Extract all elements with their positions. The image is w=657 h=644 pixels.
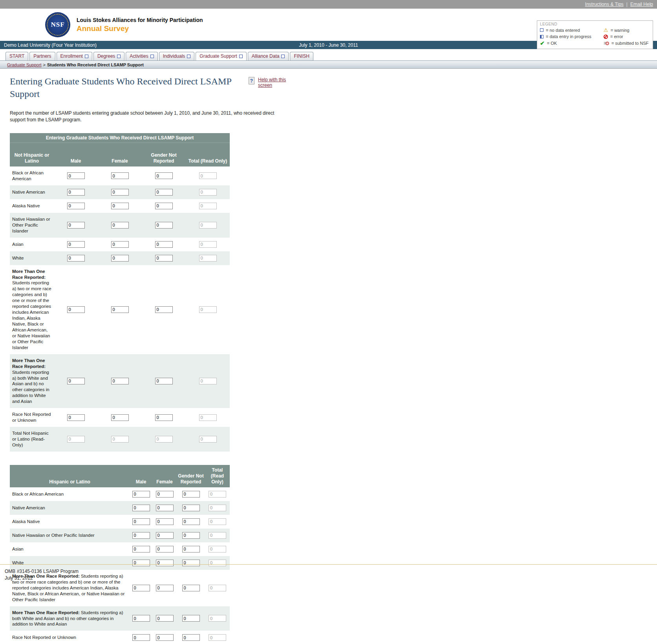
row-label: Black or African American [10, 487, 130, 501]
female-input[interactable] [111, 378, 129, 384]
help-icon[interactable]: ? [249, 77, 254, 84]
female-input[interactable] [111, 189, 129, 196]
table-row: Alaska Native [10, 515, 230, 529]
total-input [209, 518, 226, 525]
tab-finish[interactable]: FINISH [290, 52, 313, 60]
female-input[interactable] [111, 306, 129, 313]
male-input[interactable] [132, 491, 150, 498]
row-label: Black or African American [10, 166, 54, 185]
gender-not-reported-input[interactable] [182, 518, 200, 525]
male-input[interactable] [67, 222, 85, 229]
male-input[interactable] [67, 241, 85, 248]
table-row: Total Not Hispanic or Latino (Read-Only) [10, 427, 230, 452]
gender-not-reported-input[interactable] [155, 203, 173, 209]
total-input [199, 378, 217, 384]
female-input[interactable] [156, 518, 174, 525]
legend-item-progress: = data entry in progress [540, 34, 604, 39]
tab-start[interactable]: START [5, 52, 28, 60]
male-input[interactable] [67, 306, 85, 313]
table-title: Entering Graduate Students Who Received … [10, 133, 230, 143]
check-icon: ✔ [540, 40, 545, 46]
gender-not-reported-input[interactable] [155, 189, 173, 196]
male-input[interactable] [67, 414, 85, 421]
table-row: Native Hawaiian or Other Pacific Islande… [10, 213, 230, 238]
male-input[interactable] [67, 203, 85, 209]
tab-degrees[interactable]: Degrees [93, 52, 124, 60]
gender-not-reported-input[interactable] [182, 585, 200, 591]
org-name: Louis Stokes Alliances for Minority Part… [77, 17, 203, 23]
gender-not-reported-input[interactable] [182, 505, 200, 511]
male-input[interactable] [132, 546, 150, 553]
male-input[interactable] [67, 172, 85, 179]
gender-not-reported-input[interactable] [155, 414, 173, 421]
female-input[interactable] [111, 241, 129, 248]
male-input[interactable] [67, 378, 85, 384]
table-row: Native Hawaiian or Other Pacific Islande… [10, 529, 230, 542]
total-input [209, 505, 226, 511]
tab-label: Partners [33, 53, 51, 59]
row-label: Native Hawaiian or Other Pacific Islande… [10, 213, 54, 238]
female-input[interactable] [156, 615, 174, 622]
total-input [209, 546, 226, 553]
instructions-tips-link[interactable]: Instructions & Tips [585, 2, 624, 7]
gender-not-reported-input[interactable] [182, 615, 200, 622]
female-input[interactable] [111, 203, 129, 209]
female-input[interactable] [156, 546, 174, 553]
tab-individuals[interactable]: Individuals [159, 52, 195, 60]
female-input[interactable] [156, 532, 174, 539]
table-row: Race Not Reported or Unknown [10, 631, 230, 644]
female-input[interactable] [156, 585, 174, 591]
gender-not-reported-input[interactable] [182, 634, 200, 641]
gender-not-reported-input[interactable] [155, 241, 173, 248]
tab-activities[interactable]: Activities [126, 52, 157, 60]
column-header-gender-not-reported: Gender Not Reported [142, 143, 186, 166]
gender-not-reported-input[interactable] [155, 378, 173, 384]
column-header-male: Male [54, 143, 98, 166]
female-input[interactable] [156, 634, 174, 641]
female-input[interactable] [156, 491, 174, 498]
male-input[interactable] [132, 532, 150, 539]
gender-not-reported-input[interactable] [182, 532, 200, 539]
tab-partners[interactable]: Partners [29, 52, 55, 60]
table-row: More Than One Race Reported: Students re… [10, 265, 230, 354]
male-input[interactable] [132, 585, 150, 591]
tab-graduate-support[interactable]: Graduate Support [196, 52, 246, 60]
breadcrumb-graduate-support-link[interactable]: Graduate Support [7, 62, 41, 67]
male-input[interactable] [132, 615, 150, 622]
link-separator: | [626, 2, 628, 7]
column-header-male: Male [130, 465, 152, 487]
tab-enrollment[interactable]: Enrollment [57, 52, 92, 60]
table-row: Asian [10, 542, 230, 556]
table-row: More Than One Race Reported: Students re… [10, 354, 230, 408]
empty-square-icon [540, 28, 544, 32]
total-input [209, 532, 226, 539]
help-with-screen-link[interactable]: Help with this screen [258, 77, 286, 88]
gender-not-reported-input[interactable] [155, 306, 173, 313]
female-input[interactable] [111, 414, 129, 421]
legend-label: = data entry in progress [546, 34, 591, 39]
table-body: Black or African American Native America… [10, 166, 230, 452]
app-name: Annual Survey [77, 24, 203, 33]
tab-alliance-data[interactable]: Alliance Data [248, 52, 289, 60]
legend-label: = no data entered [546, 28, 580, 33]
gender-not-reported-input[interactable] [155, 255, 173, 262]
female-input[interactable] [111, 222, 129, 229]
gender-not-reported-input[interactable] [155, 172, 173, 179]
male-input[interactable] [132, 505, 150, 511]
row-label: Native American [10, 501, 130, 515]
male-input[interactable] [132, 518, 150, 525]
gender-not-reported-input[interactable] [182, 546, 200, 553]
male-input[interactable] [67, 189, 85, 196]
nsf-logo-icon: NSF [45, 12, 70, 37]
male-input[interactable] [67, 255, 85, 262]
female-input[interactable] [156, 505, 174, 511]
gender-not-reported-input[interactable] [182, 491, 200, 498]
gender-not-reported-input[interactable] [155, 222, 173, 229]
male-input[interactable] [132, 634, 150, 641]
email-help-link[interactable]: Email Help [630, 2, 653, 7]
male-input [67, 436, 85, 443]
female-input[interactable] [111, 255, 129, 262]
female-input[interactable] [111, 172, 129, 179]
total-input [209, 615, 226, 622]
progress-square-icon [540, 35, 544, 38]
